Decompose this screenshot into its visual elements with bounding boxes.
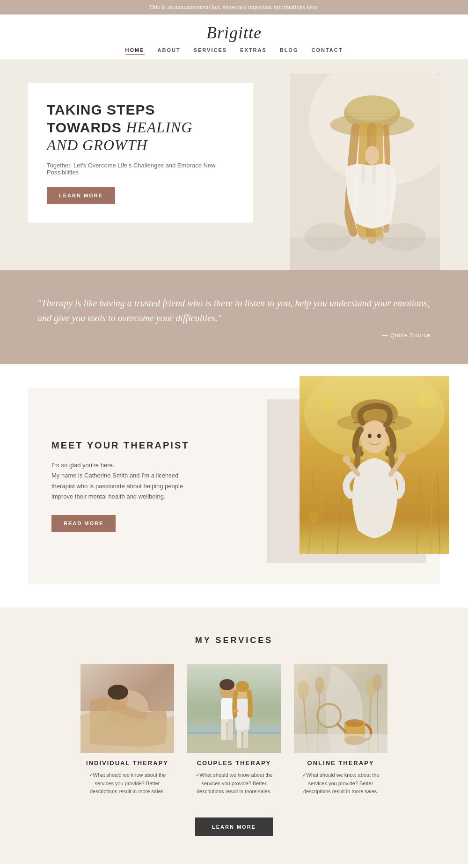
service-name-online: ONLINE THERAPY [294,760,388,767]
nav-item-about[interactable]: ABOUT [158,47,181,55]
svg-point-40 [108,685,128,700]
hero-image-svg [290,73,440,270]
svg-rect-73 [294,734,388,753]
service-name-couples: COUPLES THERAPY [187,760,281,767]
individual-therapy-svg [80,664,174,753]
nav-item-contact[interactable]: CONTACT [311,47,343,55]
svg-point-69 [345,719,364,727]
quote-text: "Therapy is like having a trusted friend… [37,296,431,326]
nav-item-blog[interactable]: BLOG [280,47,299,55]
hero-image [290,73,440,270]
svg-rect-9 [372,165,376,183]
online-therapy-svg [294,664,388,753]
therapist-image-area [213,388,440,584]
svg-point-54 [236,681,249,692]
hero-section: TAKING STEPS TOWARDS HEALINGAND GROWTH T… [0,59,468,270]
main-nav: HOME ABOUT SERVICES EXTRAS BLOG CONTACT [0,47,468,55]
svg-point-71 [319,705,339,726]
announcement-bar: This is an announcement bar, showcase im… [0,0,468,14]
svg-point-10 [365,146,379,165]
svg-rect-45 [187,734,281,753]
hero-cta-button[interactable]: LEARN MORE [47,187,115,204]
svg-rect-49 [227,719,233,740]
services-section: MY SERVICES [0,608,468,864]
service-image-couples [187,664,281,753]
svg-point-31 [343,456,350,463]
svg-point-13 [379,223,426,251]
services-title: MY SERVICES [19,636,449,645]
site-header: Brigitte HOME ABOUT SERVICES EXTRAS BLOG… [0,14,468,59]
services-grid: INDIVIDUAL THERAPY ✓What should we know … [19,664,449,796]
therapist-title: MEET YOUR THERAPIST [51,440,190,451]
couples-therapy-svg [187,664,281,753]
svg-rect-8 [361,165,365,183]
svg-rect-53 [243,730,248,748]
svg-rect-47 [221,698,233,722]
service-desc-online: ✓What should we know about the services … [294,771,388,796]
service-card-couples: COUPLES THERAPY ✓What should we know abo… [187,664,281,796]
quote-section: "Therapy is like having a trusted friend… [0,270,468,364]
services-cta-button[interactable]: LEARN MORE [195,817,273,836]
therapist-photo [300,376,449,554]
svg-point-50 [219,679,234,690]
svg-point-65 [373,674,382,691]
announcement-text: This is an announcement bar, showcase im… [149,4,319,10]
svg-point-4 [346,95,398,122]
svg-point-27 [377,434,381,438]
svg-point-33 [417,390,435,409]
service-card-online: ONLINE THERAPY ✓What should we know abou… [294,664,388,796]
nav-item-services[interactable]: SERVICES [194,47,227,55]
service-image-individual [80,664,174,753]
therapist-section: MEET YOUR THERAPIST I'm so glad you're h… [0,364,468,608]
service-card-individual: INDIVIDUAL THERAPY ✓What should we know … [80,664,174,796]
service-name-individual: INDIVIDUAL THERAPY [80,760,174,767]
svg-point-34 [308,511,319,522]
svg-rect-52 [237,730,241,748]
nav-item-home[interactable]: HOME [125,47,145,55]
therapist-cta-button[interactable]: READ MORE [51,515,116,532]
svg-rect-48 [221,719,227,740]
therapist-intro: I'm so glad you're here. My name is Cath… [51,460,190,501]
therapist-photo-svg [300,376,449,554]
hero-title: TAKING STEPS TOWARDS HEALINGAND GROWTH [47,101,234,154]
svg-point-59 [298,680,309,699]
svg-point-32 [321,397,335,411]
service-desc-couples: ✓What should we know about the services … [187,771,281,796]
therapist-text: MEET YOUR THERAPIST I'm so glad you're h… [28,388,213,584]
svg-point-61 [315,677,324,694]
hero-subtitle: Together, Let's Overcome Life's Challeng… [47,162,234,176]
service-image-online [294,664,388,753]
nav-item-extras[interactable]: EXTRAS [240,47,267,55]
site-logo[interactable]: Brigitte [0,23,468,43]
svg-point-26 [368,434,372,438]
therapist-box: MEET YOUR THERAPIST I'm so glad you're h… [28,388,440,584]
service-desc-individual: ✓What should we know about the services … [80,771,174,796]
svg-point-30 [398,453,405,460]
expect-section: WHAT TO EXPECT? [0,864,468,868]
quote-source: — Quote Source [37,332,431,339]
hero-content-box: TAKING STEPS TOWARDS HEALINGAND GROWTH T… [28,83,253,223]
svg-point-12 [304,223,351,251]
